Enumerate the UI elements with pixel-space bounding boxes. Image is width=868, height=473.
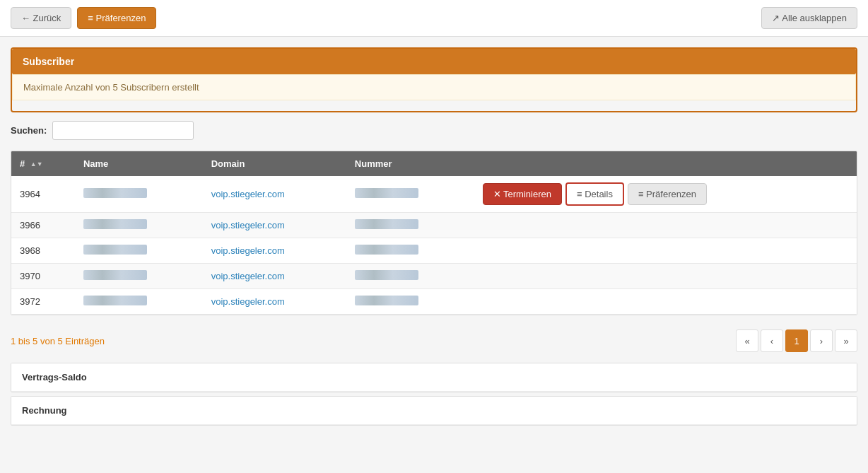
top-bar-left: ← Zurück ≡ Präferenzen [11, 7, 156, 29]
cell-name [75, 264, 203, 289]
pagination-controls: « ‹ 1 › » [736, 329, 857, 352]
page-first-button[interactable]: « [736, 329, 758, 352]
terminate-button[interactable]: ✕ Terminieren [483, 183, 562, 205]
col-domain: Domain [203, 151, 346, 176]
cell-nummer [346, 264, 474, 289]
row-preferences-button[interactable]: ≡ Präferenzen [628, 183, 707, 205]
domain-link[interactable]: voip.stiegeler.com [211, 189, 285, 199]
table-row: 3968 voip.stiegeler.com [11, 238, 857, 264]
cell-id: 3964 [11, 176, 75, 213]
page-last-button[interactable]: » [835, 329, 857, 352]
page-next-button[interactable]: › [810, 329, 833, 352]
table-row: 3972 voip.stiegeler.com [11, 289, 857, 315]
rechnung-header[interactable]: Rechnung [11, 397, 857, 425]
cell-id: 3968 [11, 238, 75, 264]
vertrags-saldo-section: Vertrags-Saldo [11, 363, 857, 392]
page-current-button[interactable]: 1 [785, 329, 808, 352]
col-id: # ▲▼ [11, 151, 75, 176]
cell-id: 3972 [11, 289, 75, 315]
table-row: 3970 voip.stiegeler.com [11, 264, 857, 289]
table-container: # ▲▼ Name Domain Nummer 3964 voip.stiege… [11, 151, 857, 315]
search-input[interactable] [52, 121, 194, 140]
domain-link[interactable]: voip.stiegeler.com [211, 296, 285, 307]
cell-name [75, 213, 203, 238]
search-row: Suchen: [11, 121, 857, 140]
cell-name [75, 289, 203, 315]
top-bar: ← Zurück ≡ Präferenzen ↗ Alle ausklappen [0, 0, 868, 37]
vertrags-saldo-header[interactable]: Vertrags-Saldo [11, 363, 857, 392]
cell-actions [474, 238, 857, 264]
cell-domain: voip.stiegeler.com [203, 213, 346, 238]
info-message: Maximale Anzahl von 5 Subscribern erstel… [23, 82, 199, 93]
rechnung-label: Rechnung [22, 405, 67, 416]
cell-domain: voip.stiegeler.com [203, 264, 346, 289]
cell-nummer [346, 289, 474, 315]
vertrags-saldo-label: Vertrags-Saldo [22, 372, 87, 383]
pagination-info: 1 bis 5 von 5 Einträgen [11, 336, 105, 346]
table-row: 3964 voip.stiegeler.com ✕ Terminieren ≡ … [11, 176, 857, 213]
col-actions [474, 151, 857, 176]
cell-id: 3970 [11, 264, 75, 289]
subscriber-tab: Subscriber [12, 49, 856, 74]
subscribers-table: # ▲▼ Name Domain Nummer 3964 voip.stiege… [11, 151, 857, 315]
cell-actions [474, 289, 857, 315]
rechnung-section: Rechnung [11, 396, 857, 426]
cell-name [75, 176, 203, 213]
subscriber-tab-label: Subscriber [23, 56, 74, 67]
cell-nummer [346, 213, 474, 238]
info-box: Maximale Anzahl von 5 Subscribern erstel… [12, 74, 856, 100]
col-nummer: Nummer [346, 151, 474, 176]
cell-domain: voip.stiegeler.com [203, 176, 346, 213]
cell-nummer [346, 176, 474, 213]
bottom-sections: Vertrags-Saldo Rechnung [11, 363, 857, 426]
search-label: Suchen: [11, 125, 47, 136]
cell-id: 3966 [11, 213, 75, 238]
page-prev-button[interactable]: ‹ [761, 329, 783, 352]
cell-nummer [346, 238, 474, 264]
cell-actions [474, 213, 857, 238]
sort-arrows-id[interactable]: ▲▼ [30, 161, 43, 168]
cell-actions: ✕ Terminieren ≡ Details ≡ Präferenzen [474, 176, 857, 213]
domain-link[interactable]: voip.stiegeler.com [211, 220, 285, 230]
pagination-row: 1 bis 5 von 5 Einträgen « ‹ 1 › » [11, 322, 857, 352]
table-row: 3966 voip.stiegeler.com [11, 213, 857, 238]
cell-name [75, 238, 203, 264]
main-content: Subscriber Maximale Anzahl von 5 Subscri… [0, 37, 868, 440]
table-header-row: # ▲▼ Name Domain Nummer [11, 151, 857, 176]
domain-link[interactable]: voip.stiegeler.com [211, 245, 285, 256]
col-name: Name [75, 151, 203, 176]
details-button[interactable]: ≡ Details [565, 182, 624, 206]
cell-domain: voip.stiegeler.com [203, 238, 346, 264]
cell-actions [474, 264, 857, 289]
preferences-button[interactable]: ≡ Präferenzen [77, 7, 156, 29]
expand-all-button[interactable]: ↗ Alle ausklappen [761, 7, 857, 29]
domain-link[interactable]: voip.stiegeler.com [211, 271, 285, 281]
back-button[interactable]: ← Zurück [11, 7, 71, 29]
subscriber-section: Subscriber Maximale Anzahl von 5 Subscri… [11, 47, 857, 112]
cell-domain: voip.stiegeler.com [203, 289, 346, 315]
action-buttons: ✕ Terminieren ≡ Details ≡ Präferenzen [483, 182, 848, 206]
